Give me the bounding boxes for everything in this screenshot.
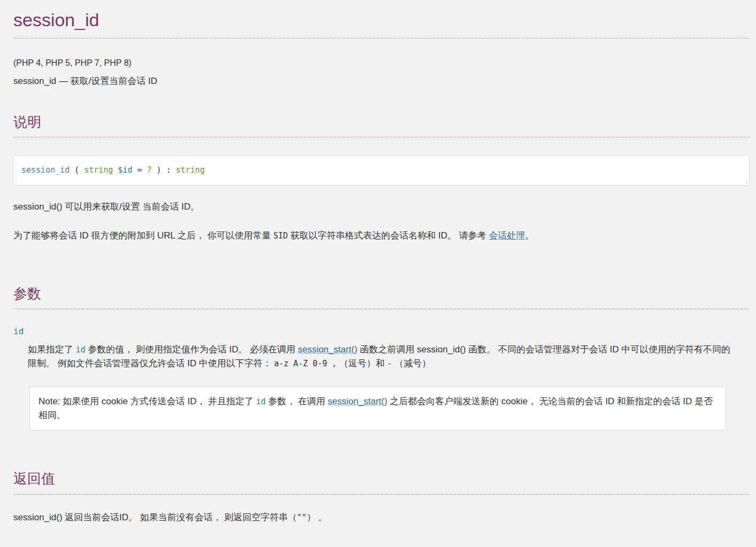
section-returns: 返回值 session_id() 返回当前会话ID。 如果当前没有会话， 则返回… <box>13 471 750 525</box>
text: Note: 如果使用 cookie 方式传送会话 ID， 并且指定了 <box>38 396 256 406</box>
function-purpose: session_id — 获取/设置当前会话 ID <box>13 74 750 88</box>
type-name: string <box>84 165 113 175</box>
returns-text: session_id() 返回当前会话ID。 如果当前没有会话， 则返回空字符串… <box>13 511 750 525</box>
returns-heading: 返回值 <box>13 471 750 494</box>
session-start-link[interactable]: session_start() <box>298 344 357 355</box>
section-parameters: 参数 id 如果指定了 id 参数的值， 则使用指定值作为会话 ID。 必须在调… <box>13 286 750 431</box>
type-name: string <box>176 165 205 175</box>
text: ） 。 <box>307 512 328 522</box>
text: （减号） <box>392 358 431 368</box>
parameter-ref: id <box>76 345 85 355</box>
parameter-term: id <box>13 325 750 338</box>
text: 获取以字符串格式表达的会话名称和 ID。 请参考 <box>288 230 489 241</box>
text: 如果指定了 <box>28 344 76 355</box>
text: 为了能够将会话 ID 很方便的附加到 URL 之后， 你可以使用常量 <box>13 230 274 241</box>
resize-grip-icon <box>744 180 748 184</box>
section-description: 说明 session_id ( string $id = ? ) : strin… <box>13 114 750 243</box>
text: session_id() 返回当前会话ID。 如果当前没有会话， 则返回空字符串… <box>13 512 297 522</box>
description-paragraph-2: 为了能够将会话 ID 很方便的附加到 URL 之后， 你可以使用常量 SID 获… <box>13 229 750 243</box>
inline-code: a-z A-Z 0-9 , <box>274 359 337 368</box>
description-paragraph-1: session_id() 可以用来获取/设置 当前会话 ID。 <box>13 200 750 214</box>
note-text: Note: 如果使用 cookie 方式传送会话 ID， 并且指定了 id 参数… <box>38 395 717 423</box>
parameter-variable: $id <box>113 165 133 175</box>
parameter-ref: id <box>256 397 266 406</box>
parameter-description: 如果指定了 id 参数的值， 则使用指定值作为会话 ID。 必须在调用 sess… <box>28 343 738 371</box>
manual-page: { "colors": { "bg": "#f2f2f2", "accent":… <box>0 0 756 547</box>
initializer: ? <box>147 165 152 175</box>
method-signature: session_id ( string $id = ? ) : string <box>21 165 205 175</box>
session-handling-link[interactable]: 会话处理 <box>489 230 525 241</box>
parameter-definition: 如果指定了 id 参数的值， 则使用指定值作为会话 ID。 必须在调用 sess… <box>28 343 738 431</box>
note-box: Note: 如果使用 cookie 方式传送会话 ID， 并且指定了 id 参数… <box>29 386 726 432</box>
text: 参数， 在调用 <box>266 396 328 406</box>
method-signature-box: session_id ( string $id = ? ) : string <box>13 155 750 186</box>
version-info: (PHP 4, PHP 5, PHP 7, PHP 8) <box>13 57 750 70</box>
inline-code: - <box>387 359 392 368</box>
inline-code: "" <box>297 513 307 522</box>
text: session_id() 可以用来获取/设置 当前会话 ID。 <box>13 202 200 212</box>
text: （逗号）和 <box>337 358 387 368</box>
text: 参数的值， 则使用指定值作为会话 ID。 必须在调用 <box>85 344 298 355</box>
text: ) : <box>152 165 176 175</box>
parameter-list: id 如果指定了 id 参数的值， 则使用指定值作为会话 ID。 必须在调用 s… <box>13 325 750 431</box>
text: 。 <box>525 230 534 241</box>
page-title: session_id <box>13 10 750 38</box>
method-name: session_id <box>21 165 69 175</box>
description-heading: 说明 <box>13 114 750 137</box>
inline-code: SID <box>274 231 288 241</box>
note-session-start-link[interactable]: session_start() <box>328 396 387 406</box>
text: ( <box>69 165 84 175</box>
text: = <box>133 165 147 175</box>
parameters-heading: 参数 <box>13 286 750 309</box>
